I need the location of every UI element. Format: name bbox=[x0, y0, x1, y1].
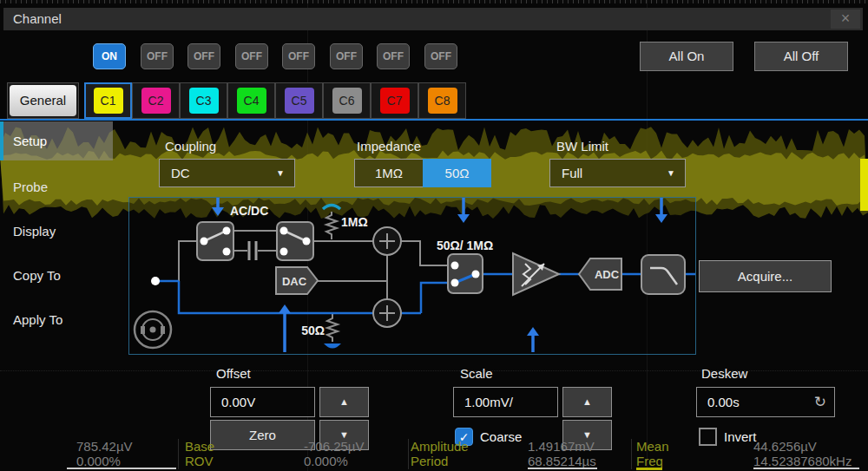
tab-c3[interactable]: C3 bbox=[180, 82, 227, 119]
channel-dialog: Channel × ON OFF OFF OFF OFF OFF OFF OFF… bbox=[0, 0, 868, 471]
tab-underline bbox=[0, 119, 868, 121]
channel-toggle-c6[interactable]: OFF bbox=[330, 43, 363, 69]
adc-label: ADC bbox=[595, 268, 620, 281]
channel-toggle-c1[interactable]: ON bbox=[93, 43, 126, 69]
tab-c1-chip: C1 bbox=[94, 88, 123, 114]
channel-toggle-c4[interactable]: OFF bbox=[235, 43, 268, 69]
bw-limit-dropdown[interactable]: Full ▼ bbox=[549, 159, 686, 187]
measurement-label: ROV bbox=[185, 455, 214, 468]
chevron-down-icon: ▼ bbox=[276, 160, 285, 186]
tab-general[interactable]: General bbox=[7, 82, 79, 119]
sidebar-item-copy-to[interactable]: Copy To bbox=[0, 256, 113, 295]
tab-c5[interactable]: C5 bbox=[275, 82, 323, 119]
deskew-label: Deskew bbox=[701, 366, 747, 381]
all-on-button[interactable]: All On bbox=[640, 42, 733, 71]
channel-toggle-c8[interactable]: OFF bbox=[424, 43, 457, 69]
bnc-connector-icon bbox=[135, 311, 171, 348]
sidebar-item-setup[interactable]: Setup bbox=[0, 121, 113, 160]
measurement-divider bbox=[631, 439, 632, 469]
tab-c6[interactable]: C6 bbox=[323, 82, 371, 119]
coupling-value: DC bbox=[160, 166, 190, 180]
measurement-underline bbox=[67, 468, 176, 469]
tab-c8[interactable]: C8 bbox=[418, 82, 466, 119]
bw-limit-value: Full bbox=[550, 166, 582, 180]
sidebar-item-display[interactable]: Display bbox=[0, 212, 113, 251]
coupling-label: Coupling bbox=[165, 139, 216, 154]
ground-symbol-teal bbox=[323, 206, 340, 210]
dac-label: DAC bbox=[282, 275, 307, 288]
measurement-underline bbox=[636, 468, 662, 470]
invert-checkbox[interactable] bbox=[699, 428, 717, 446]
dialog-titlebar: Channel × bbox=[3, 8, 863, 30]
channel-toggle-c2[interactable]: OFF bbox=[141, 43, 174, 69]
acdc-label: AC/DC bbox=[230, 204, 268, 218]
tab-c4-chip: C4 bbox=[237, 88, 266, 114]
measurement-value: 14.52387680kHz bbox=[753, 455, 852, 468]
channel-toggle-c5[interactable]: OFF bbox=[282, 43, 315, 69]
offset-input[interactable]: 0.00V bbox=[210, 387, 315, 417]
measurement-value: -706.25µV bbox=[304, 440, 365, 454]
scale-label: Scale bbox=[460, 366, 493, 381]
tab-c1[interactable]: C1 bbox=[84, 82, 132, 119]
sidebar-item-probe[interactable]: Probe bbox=[0, 167, 113, 206]
switch-label: 50Ω/ 1MΩ bbox=[437, 239, 493, 252]
close-icon: × bbox=[841, 10, 851, 27]
variable-gain-amp bbox=[513, 253, 559, 295]
arrow-up-icon: ▲ bbox=[339, 396, 349, 407]
tab-general-label: General bbox=[10, 85, 76, 116]
all-off-button[interactable]: All Off bbox=[754, 42, 848, 71]
scale-increment-button[interactable]: ▲ bbox=[562, 387, 612, 417]
bw-arrow-icon bbox=[655, 214, 667, 223]
close-button[interactable]: × bbox=[831, 10, 860, 29]
reset-icon[interactable]: ↻ bbox=[814, 388, 826, 416]
tab-c7[interactable]: C7 bbox=[371, 82, 418, 119]
measurement-underline bbox=[753, 468, 859, 469]
capacitor-symbol bbox=[249, 241, 256, 260]
measurement-label: Mean bbox=[636, 440, 669, 454]
measurement-label: Base bbox=[185, 440, 214, 454]
tab-c3-chip: C3 bbox=[189, 88, 219, 114]
signal-path-schematic: DAC ADC AC/DC 1MΩ 50Ω/ 1MΩ 50Ω bbox=[129, 198, 695, 354]
arrow-up-icon: ▲ bbox=[582, 396, 592, 407]
sidebar-item-apply-to[interactable]: Apply To bbox=[0, 300, 113, 339]
measurement-divider bbox=[408, 439, 409, 469]
graticule-ticks bbox=[0, 0, 868, 3]
invert-checkbox-label: Invert bbox=[724, 429, 757, 444]
measurement-value: 785.42µV bbox=[76, 440, 133, 454]
tab-c2[interactable]: C2 bbox=[132, 82, 180, 119]
measurement-divider bbox=[178, 439, 179, 469]
scale-arrow-icon bbox=[527, 327, 539, 336]
scale-input[interactable]: 1.00mV/ bbox=[453, 387, 558, 417]
impedance-1mohm-button[interactable]: 1MΩ bbox=[354, 159, 423, 187]
measurement-underline bbox=[528, 468, 597, 469]
measurement-label: Period bbox=[411, 455, 448, 468]
chevron-down-icon: ▼ bbox=[667, 160, 675, 186]
offset-label: Offset bbox=[216, 366, 251, 381]
acquire-button[interactable]: Acquire... bbox=[699, 260, 832, 292]
ground-symbol-blue bbox=[324, 343, 341, 349]
tab-c7-chip: C7 bbox=[380, 88, 410, 114]
offset-arrow-icon bbox=[279, 304, 291, 313]
measurement-value: 44.6256µV bbox=[753, 440, 817, 454]
tab-c5-chip: C5 bbox=[285, 88, 314, 114]
coupling-arrow-icon bbox=[212, 207, 224, 216]
impedance-50ohm-button[interactable]: 50Ω bbox=[423, 159, 491, 187]
measurement-value: 1.49167mV bbox=[528, 440, 595, 454]
r1-label: 1MΩ bbox=[341, 215, 368, 229]
offset-zero-button[interactable]: Zero bbox=[210, 420, 315, 450]
coupling-dropdown[interactable]: DC ▼ bbox=[159, 159, 295, 187]
offset-increment-button[interactable]: ▲ bbox=[319, 387, 369, 417]
signal-path-diagram: DAC ADC AC/DC 1MΩ 50Ω/ 1MΩ 50Ω bbox=[128, 197, 696, 355]
tab-c4[interactable]: C4 bbox=[227, 82, 275, 119]
tab-c2-chip: C2 bbox=[141, 88, 171, 114]
bw-filter-block bbox=[641, 255, 685, 294]
channel-toggle-c7[interactable]: OFF bbox=[377, 43, 410, 69]
coarse-checkbox-label: Coarse bbox=[480, 429, 522, 444]
input-terminal-dot bbox=[151, 277, 160, 285]
measurement-value: 0.000% bbox=[304, 455, 348, 468]
tab-c8-chip: C8 bbox=[428, 88, 457, 114]
channel-toggle-c3[interactable]: OFF bbox=[187, 43, 220, 69]
measurement-value: 68.85214µs bbox=[528, 455, 596, 468]
measurement-value: 0.000% bbox=[76, 455, 121, 468]
deskew-input[interactable]: 0.00s ↻ bbox=[696, 387, 835, 417]
